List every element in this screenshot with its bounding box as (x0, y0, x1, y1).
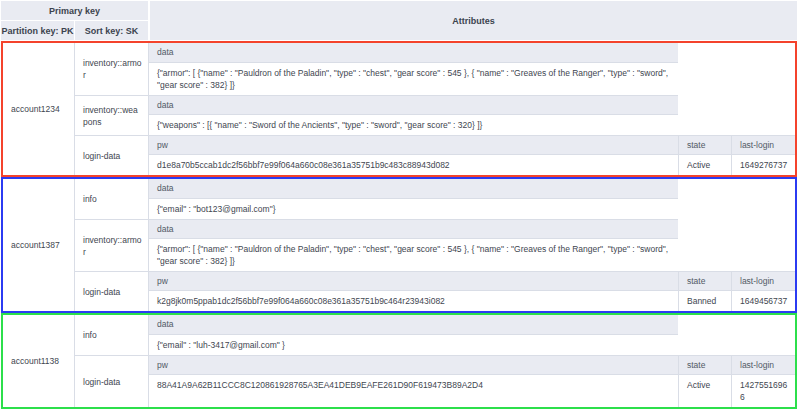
data-value-cell: {"email" : "bot123@gmail.com"} (149, 198, 678, 219)
state-value-cell: Banned (678, 290, 731, 311)
spacer (678, 219, 795, 238)
attr-header-row: pw state last-login (149, 135, 795, 154)
partition-section: account1234 inventory::armor data {"armo… (1, 41, 797, 177)
attr-value-row: 88A41A9A62B11CCC8C120861928765A3EA41DEB9… (149, 374, 795, 407)
last-login-value-cell: 1649456737 (731, 290, 795, 311)
table-header: Primary key Partition key: PK Sort key: … (1, 1, 797, 40)
attr-header-row: pw state last-login (149, 271, 795, 290)
attr-header-row: data (149, 179, 795, 198)
attr-value-row: {"weapons" : [{ "name" : "Sword of the A… (149, 114, 795, 135)
spacer (678, 95, 795, 114)
pw-header-cell: pw (149, 355, 678, 374)
partition-sections: account1234 inventory::armor data {"armo… (1, 41, 797, 409)
pk-cell: account1387 (3, 179, 75, 311)
attr-value-row: {"email" : "luh-3417@gmail.com" } (149, 334, 795, 355)
data-header-cell: data (149, 43, 678, 62)
item-row: info data {"email" : "bot123@gmail.com"} (75, 179, 795, 219)
spacer (678, 334, 795, 355)
attr-area: pw state last-login 88A41A9A62B11CCC8C12… (149, 355, 795, 407)
item-row: info data {"email" : "luh-3417@gmail.com… (75, 315, 795, 355)
last-login-value-cell: 14275516966 (731, 374, 795, 407)
attr-header-row: data (149, 315, 795, 334)
last-login-header-cell: last-login (731, 135, 795, 154)
attr-area: data {"armor": [ {"name" : "Pauldron of … (149, 219, 795, 271)
attr-value-row: {"armor": [ {"name" : "Pauldron of the P… (149, 238, 795, 271)
spacer (678, 315, 795, 334)
item-row: login-data pw state last-login k2g8jk0m5… (75, 271, 795, 311)
attr-area: data {"armor": [ {"name" : "Pauldron of … (149, 43, 795, 95)
state-header-cell: state (678, 355, 731, 374)
sk-rows: info data {"email" : "bot123@gmail.com"}… (75, 179, 795, 311)
attr-header-row: data (149, 219, 795, 238)
attr-value-row: d1e8a70b5ccab1dc2f56bbf7e99f064a660c08e3… (149, 154, 795, 175)
spacer (678, 114, 795, 135)
attr-area: data {"email" : "luh-3417@gmail.com" } (149, 315, 795, 355)
primary-key-header-group: Primary key Partition key: PK Sort key: … (1, 1, 148, 40)
data-header-cell: data (149, 315, 678, 334)
sk-rows: info data {"email" : "luh-3417@gmail.com… (75, 315, 795, 407)
pk-cell: account1138 (3, 315, 75, 407)
sk-cell: inventory::armor (75, 219, 149, 271)
state-header-cell: state (678, 271, 731, 290)
data-value-cell: {"armor": [ {"name" : "Pauldron of the P… (149, 238, 678, 271)
sk-cell: info (75, 179, 149, 219)
item-row: login-data pw state last-login d1e8a70b5… (75, 135, 795, 175)
sk-cell: login-data (75, 271, 149, 311)
item-row: inventory::weapons data {"weapons" : [{ … (75, 95, 795, 135)
state-value-cell: Active (678, 374, 731, 407)
sk-cell: inventory::weapons (75, 95, 149, 135)
attr-value-row: {"email" : "bot123@gmail.com"} (149, 198, 795, 219)
last-login-header-cell: last-login (731, 355, 795, 374)
last-login-value-cell: 1649276737 (731, 154, 795, 175)
attr-header-row: pw state last-login (149, 355, 795, 374)
data-value-cell: {"weapons" : [{ "name" : "Sword of the A… (149, 114, 678, 135)
pw-value-cell: 88A41A9A62B11CCC8C120861928765A3EA41DEB9… (149, 374, 678, 407)
attr-area: pw state last-login d1e8a70b5ccab1dc2f56… (149, 135, 795, 175)
attr-header-row: data (149, 43, 795, 62)
data-model-table: Primary key Partition key: PK Sort key: … (0, 0, 797, 409)
attributes-header: Attributes (150, 1, 797, 40)
data-header-cell: data (149, 95, 678, 114)
last-login-header-cell: last-login (731, 271, 795, 290)
item-row: login-data pw state last-login 88A41A9A6… (75, 355, 795, 407)
attr-area: pw state last-login k2g8jk0m5ppab1dc2f56… (149, 271, 795, 311)
sk-cell: info (75, 315, 149, 355)
item-row: inventory::armor data {"armor": [ {"name… (75, 43, 795, 95)
attr-area: data {"weapons" : [{ "name" : "Sword of … (149, 95, 795, 135)
pw-header-cell: pw (149, 271, 678, 290)
pw-value-cell: d1e8a70b5ccab1dc2f56bbf7e99f064a660c08e3… (149, 154, 678, 175)
data-value-cell: {"armor": [ {"name" : "Pauldron of the P… (149, 62, 678, 95)
pw-value-cell: k2g8jk0m5ppab1dc2f56bbf7e99f064a660c08e3… (149, 290, 678, 311)
data-header-cell: data (149, 219, 678, 238)
attr-value-row: k2g8jk0m5ppab1dc2f56bbf7e99f064a660c08e3… (149, 290, 795, 311)
partition-key-header: Partition key: PK (1, 21, 74, 40)
attr-value-row: {"armor": [ {"name" : "Pauldron of the P… (149, 62, 795, 95)
sk-cell: inventory::armor (75, 43, 149, 95)
spacer (678, 238, 795, 271)
attr-header-row: data (149, 95, 795, 114)
partition-section: account1387 info data {"email" : "bot123… (1, 177, 797, 313)
data-header-cell: data (149, 179, 678, 198)
state-header-cell: state (678, 135, 731, 154)
key-subheaders: Partition key: PK Sort key: SK (1, 21, 148, 40)
attr-area: data {"email" : "bot123@gmail.com"} (149, 179, 795, 219)
pk-cell: account1234 (3, 43, 75, 175)
spacer (678, 198, 795, 219)
primary-key-header: Primary key (1, 1, 148, 20)
spacer (678, 179, 795, 198)
pw-header-cell: pw (149, 135, 678, 154)
sk-cell: login-data (75, 355, 149, 407)
data-value-cell: {"email" : "luh-3417@gmail.com" } (149, 334, 678, 355)
sk-rows: inventory::armor data {"armor": [ {"name… (75, 43, 795, 175)
item-row: inventory::armor data {"armor": [ {"name… (75, 219, 795, 271)
sort-key-header: Sort key: SK (75, 21, 148, 40)
partition-section: account1138 info data {"email" : "luh-34… (1, 313, 797, 409)
sk-cell: login-data (75, 135, 149, 175)
state-value-cell: Active (678, 154, 731, 175)
spacer (678, 43, 795, 62)
spacer (678, 62, 795, 95)
